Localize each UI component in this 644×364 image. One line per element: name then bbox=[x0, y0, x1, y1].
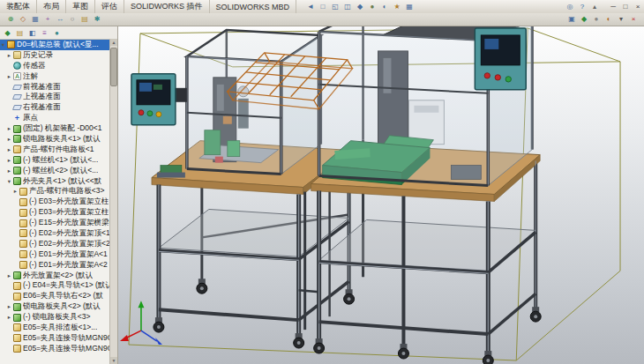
tree-item[interactable]: 前视基准面 bbox=[0, 82, 110, 93]
control-panel-right[interactable] bbox=[475, 28, 526, 90]
settings-icon[interactable]: ● bbox=[591, 15, 602, 25]
previous-view-icon[interactable]: ◄ bbox=[305, 2, 316, 11]
tree-item[interactable]: 原点 bbox=[0, 113, 110, 123]
expand-arrow-icon[interactable]: ▸ bbox=[6, 52, 12, 59]
mate-icon[interactable]: ◇ bbox=[18, 15, 28, 25]
smart-fasteners-icon[interactable]: + bbox=[42, 15, 53, 25]
task-close-icon[interactable]: × bbox=[628, 15, 639, 25]
tree-item[interactable]: ▾ 外壳夹具<1> (默认<<默 bbox=[0, 176, 110, 187]
tab-evaluate[interactable]: 评估 bbox=[95, 0, 124, 13]
show-hidden-icon[interactable]: ○ bbox=[67, 15, 78, 25]
tab-solidworks-addins[interactable]: SOLIDWORKS 插件 bbox=[124, 0, 210, 13]
tree-item[interactable]: E06=夹具导轨右<2> (默 bbox=[0, 291, 110, 301]
configurationmanager-tab-icon[interactable]: ◧ bbox=[27, 28, 37, 38]
tree-item[interactable]: ▸ (-) 锁电路板夹具<3> bbox=[0, 312, 110, 323]
tree-item[interactable]: ▸ 外壳放置架<2> (默认 bbox=[0, 271, 110, 281]
expand-arrow-icon[interactable]: ▸ bbox=[6, 303, 12, 310]
tree-item[interactable]: E05=夹具连接导轨MGN9CZ0 bbox=[0, 344, 110, 354]
appearance-icon[interactable]: ★ bbox=[392, 2, 402, 11]
propertymanager-tab-icon[interactable]: ▤ bbox=[15, 28, 25, 38]
linear-pattern-icon[interactable]: ▦ bbox=[30, 15, 41, 25]
subassembly-icon bbox=[13, 314, 21, 322]
restore-button[interactable]: □ bbox=[619, 0, 632, 13]
tree-scrollbar[interactable]: ▲ ▼ bbox=[109, 39, 117, 364]
graphics-viewport[interactable] bbox=[118, 26, 644, 364]
tree-item[interactable]: (-) E03=外壳放置架立柱 bbox=[0, 207, 110, 218]
tree-item[interactable]: ▸ (-) 螺丝机<1> (默认<... bbox=[0, 155, 110, 166]
tree-item[interactable]: ▸ 产品-螺钉件电路板<3> bbox=[0, 186, 110, 197]
exploded-view-icon[interactable]: ✱ bbox=[92, 15, 102, 25]
subassembly-icon bbox=[13, 303, 21, 311]
tree-item-label: (-) E04=夹具导轨<1> (默认 bbox=[23, 280, 110, 291]
top-plane-icon bbox=[12, 94, 22, 100]
tree-item[interactable]: E05=夹具排渣板<1>... bbox=[0, 323, 110, 333]
tree-item[interactable]: (-) E04=夹具导轨<1> (默认 bbox=[0, 280, 110, 291]
subassembly-icon bbox=[13, 156, 21, 164]
expand-arrow-icon[interactable]: ▾ bbox=[0, 41, 6, 48]
zoom-area-icon[interactable]: ◱ bbox=[330, 2, 341, 11]
expand-arrow-icon[interactable]: ▸ bbox=[6, 73, 12, 80]
render-icon[interactable]: ◐ bbox=[603, 15, 614, 25]
tree-item[interactable]: ▸ 锁电路板夹具<2> (默认 bbox=[0, 301, 110, 312]
tree-item[interactable]: ▸ (-) 螺丝机<2> (默认<... bbox=[0, 166, 110, 176]
scroll-up-icon[interactable]: ▲ bbox=[110, 39, 117, 46]
expand-arrow-icon[interactable]: ▸ bbox=[6, 314, 12, 321]
tree-item[interactable]: 右视基准面 bbox=[0, 102, 110, 113]
viewport-canvas[interactable] bbox=[118, 26, 644, 364]
insert-component-icon[interactable]: ⊕ bbox=[5, 15, 16, 25]
dimxpert-tab-icon[interactable]: ≡ bbox=[40, 28, 49, 38]
tree-item[interactable]: (-) E15=外壳放置架横梁<1 bbox=[0, 218, 110, 228]
displaymanager-tab-icon[interactable]: ● bbox=[52, 28, 62, 38]
tree-item[interactable]: ▸ 产品-螺钉件电路板<1 bbox=[0, 145, 110, 155]
tree-item[interactable]: 传感器 bbox=[0, 61, 110, 71]
tree-item[interactable]: ▸ 锁电路板夹具<1> (默认 bbox=[0, 134, 110, 145]
tree-item[interactable]: ▸ (固定) 机架装配 -D00<1 bbox=[0, 123, 110, 134]
featuremanager-tab-icon[interactable]: ◆ bbox=[3, 28, 12, 38]
move-component-icon[interactable]: ↔ bbox=[55, 15, 65, 25]
tree-item[interactable]: (-) E02=外壳放置架顶<2 bbox=[0, 239, 110, 249]
sensors-icon bbox=[13, 62, 21, 70]
assembly-features-icon[interactable]: ▤ bbox=[79, 15, 90, 25]
scrollbar-thumb[interactable] bbox=[110, 48, 117, 86]
scene-icon[interactable]: ▦ bbox=[404, 2, 415, 11]
tree-item[interactable]: (-) E03=外壳放置架立柱 bbox=[0, 197, 110, 207]
tree-item[interactable]: ▸ 注解 bbox=[0, 71, 110, 82]
zoom-fit-icon[interactable]: □ bbox=[318, 2, 328, 11]
rebuild-icon[interactable]: ◆ bbox=[579, 15, 589, 25]
help-icon[interactable]: ? bbox=[577, 2, 588, 11]
dropdown-icon[interactable]: ▾ bbox=[616, 15, 626, 25]
tab-solidworks-mbd[interactable]: SOLIDWORKS MBD bbox=[210, 0, 297, 13]
tree-item[interactable]: (-) E02=外壳放置架顶<1 bbox=[0, 228, 110, 239]
expand-arrow-icon[interactable]: ▸ bbox=[12, 188, 19, 195]
tree-item[interactable]: ▸ 历史记录 bbox=[0, 50, 110, 61]
section-view-icon[interactable]: ◫ bbox=[342, 2, 353, 11]
tree-item-label: (-) E01=外壳放置架A<2 bbox=[29, 260, 108, 271]
expand-arrow-icon[interactable]: ▸ bbox=[6, 167, 12, 175]
expand-arrow-icon[interactable]: ▸ bbox=[6, 272, 12, 279]
hide-show-icon[interactable]: ◐ bbox=[379, 2, 390, 11]
tree-item[interactable]: 上视基准面 bbox=[0, 92, 110, 102]
tree-item[interactable]: (-) E01=外壳放置架A<1 bbox=[0, 249, 110, 260]
close-button[interactable]: × bbox=[632, 0, 644, 13]
document-icon[interactable]: ▣ bbox=[566, 15, 577, 25]
tree-item[interactable]: ▾ D0=机架总装 (默认<显... bbox=[0, 40, 110, 50]
control-panel-left[interactable] bbox=[131, 74, 176, 125]
scroll-down-icon[interactable]: ▼ bbox=[110, 357, 117, 364]
expand-arrow-icon[interactable]: ▸ bbox=[6, 146, 12, 153]
tree-item-label: 产品-螺钉件电路板<3> bbox=[29, 186, 105, 197]
expand-arrow-icon[interactable]: ▸ bbox=[6, 125, 12, 132]
collapse-ribbon-icon[interactable]: ▴ bbox=[589, 2, 600, 11]
minimize-button[interactable]: ─ bbox=[607, 0, 619, 13]
tab-assembly[interactable]: 装配体 bbox=[0, 0, 37, 13]
view-orientation-icon[interactable]: ◆ bbox=[355, 2, 365, 11]
tree-item-label: (-) E03=外壳放置架立柱 bbox=[29, 207, 109, 218]
expand-arrow-icon[interactable]: ▸ bbox=[6, 157, 12, 164]
tab-layout[interactable]: 布局 bbox=[37, 0, 66, 13]
tree-item[interactable]: (-) E01=外壳放置架A<2 bbox=[0, 260, 110, 271]
display-style-icon[interactable]: ● bbox=[367, 2, 378, 11]
search-icon[interactable]: ◎ bbox=[565, 2, 575, 11]
tab-sketch[interactable]: 草图 bbox=[66, 0, 95, 13]
expand-arrow-icon[interactable]: ▾ bbox=[6, 178, 12, 185]
tree-item[interactable]: E05=夹具连接导轨MGN9CZ0 bbox=[0, 333, 110, 344]
expand-arrow-icon[interactable]: ▸ bbox=[6, 136, 12, 143]
